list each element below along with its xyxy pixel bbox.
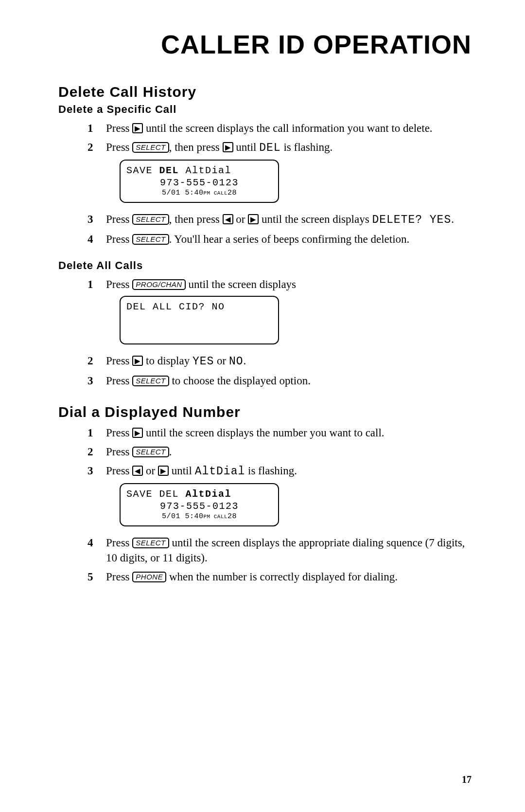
right-arrow-icon: ▶: [132, 356, 143, 366]
step: 3 Press SELECT to choose the displayed o…: [92, 371, 472, 390]
step: 3 Press ◀ or ▶ until AltDial is flashing…: [92, 461, 472, 533]
select-button-icon: SELECT: [132, 376, 169, 386]
step: 2 Press SELECT, then press ▶ until DEL i…: [92, 138, 472, 210]
select-button-icon: SELECT: [132, 234, 169, 245]
manual-page: CALLER ID OPERATION Delete Call History …: [0, 0, 525, 812]
step: 4 Press SELECT. You'll hear a series of …: [92, 230, 472, 249]
step: 2 Press ▶ to display YES or NO.: [92, 351, 472, 371]
select-button-icon: SELECT: [132, 214, 169, 225]
heading-dial-number: Dial a Displayed Number: [58, 404, 472, 420]
heading-delete-specific: Delete a Specific Call: [58, 103, 472, 116]
step: 1 Press ▶ until the screen displays the …: [92, 119, 472, 138]
select-button-icon: SELECT: [132, 447, 169, 457]
step: 1 Press PROG/CHAN until the screen displ…: [92, 275, 472, 351]
right-arrow-icon: ▶: [132, 123, 143, 133]
page-title: CALLER ID OPERATION: [58, 29, 472, 59]
right-arrow-icon: ▶: [248, 214, 259, 224]
select-button-icon: SELECT: [132, 538, 169, 548]
step: 3 Press SELECT, then press ◀ or ▶ until …: [92, 210, 472, 230]
phone-button-icon: PHONE: [132, 572, 166, 582]
steps-delete-specific: 1 Press ▶ until the screen displays the …: [58, 119, 472, 249]
lcd-display: SAVE DEL AltDial 973-555-0123 5/01 5:40P…: [120, 483, 279, 526]
heading-delete-all: Delete All Calls: [58, 259, 472, 272]
left-arrow-icon: ◀: [223, 214, 233, 224]
step: 1 Press ▶ until the screen displays the …: [92, 423, 472, 442]
left-arrow-icon: ◀: [132, 466, 143, 476]
step: 4 Press SELECT until the screen displays…: [92, 533, 472, 567]
right-arrow-icon: ▶: [132, 428, 143, 438]
heading-delete-history: Delete Call History: [58, 84, 472, 100]
step: 5 Press PHONE when the number is correct…: [92, 567, 472, 586]
right-arrow-icon: ▶: [223, 142, 233, 152]
step: 2 Press SELECT.: [92, 442, 472, 461]
steps-delete-all: 1 Press PROG/CHAN until the screen displ…: [58, 275, 472, 390]
steps-dial: 1 Press ▶ until the screen displays the …: [58, 423, 472, 586]
right-arrow-icon: ▶: [158, 466, 169, 476]
lcd-display: DEL ALL CID? NO: [120, 296, 279, 344]
lcd-display: SAVE DEL AltDial 973-555-0123 5/01 5:40P…: [120, 160, 279, 203]
select-button-icon: SELECT: [132, 142, 169, 153]
page-number: 17: [462, 774, 472, 785]
progchan-button-icon: PROG/CHAN: [132, 279, 185, 290]
